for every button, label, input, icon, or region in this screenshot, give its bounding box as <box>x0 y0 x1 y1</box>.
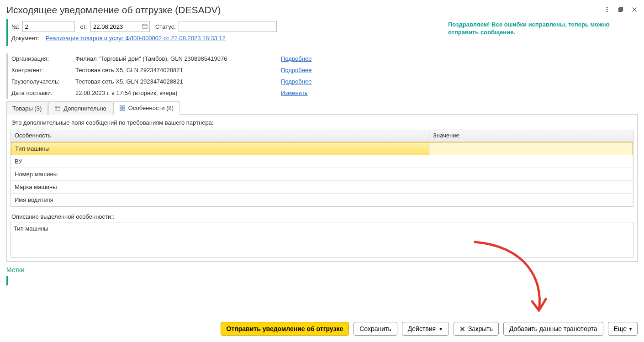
labels-title[interactable]: Метки <box>6 266 638 274</box>
description-label: Описание выделенной особенности:: <box>11 213 633 220</box>
consignee-value: Тестовая сеть X5, GLN 2923474028821 <box>75 78 281 85</box>
calendar-icon[interactable] <box>142 23 148 29</box>
consignee-details-link[interactable]: Подробнее <box>281 78 311 85</box>
partner-value: Тестовая сеть X5, GLN 2923474028821 <box>75 67 281 74</box>
org-label: Организация: <box>11 55 75 62</box>
delivery-date-change-link[interactable]: Изменить <box>281 89 308 96</box>
svg-point-2 <box>607 11 607 12</box>
features-hint: Это дополнительные поля сообщений по тре… <box>11 119 633 126</box>
chevron-down-icon: ▼ <box>438 326 443 331</box>
additional-icon <box>54 105 61 111</box>
svg-point-1 <box>607 9 607 10</box>
table-row[interactable]: ВУ <box>11 155 633 168</box>
close-icon[interactable] <box>631 6 638 13</box>
grid-rows[interactable]: Тип машины ВУ Номер машины Марка машины … <box>11 142 633 206</box>
delivery-date-label: Дата поставки: <box>11 89 75 96</box>
tab-features[interactable]: Особенности (8) <box>113 101 179 115</box>
features-grid: Особенность Значение Тип машины ВУ Номер… <box>11 129 633 207</box>
table-row[interactable]: Имя водителя <box>11 194 633 206</box>
table-row[interactable]: Тип машины <box>11 142 633 155</box>
window-restore-icon[interactable] <box>618 6 624 13</box>
send-button[interactable]: Отправить уведомление об отгрузке <box>221 322 349 336</box>
kebab-icon[interactable] <box>604 6 610 13</box>
actions-button[interactable]: Действия▼ <box>402 322 449 336</box>
table-row[interactable]: Марка машины <box>11 181 633 194</box>
status-message: Поздравляем! Все ошибки исправлены, тепе… <box>448 21 638 44</box>
save-button[interactable]: Сохранить <box>354 322 397 336</box>
add-transport-button[interactable]: Добавить данные транспорта <box>503 322 603 336</box>
col-value[interactable]: Значение <box>429 129 633 142</box>
svg-rect-10 <box>55 106 60 110</box>
table-row[interactable]: Номер машины <box>11 168 633 181</box>
org-value: Филиал "Торговый дом" (Тамбов), GLN 2308… <box>75 55 281 62</box>
more-button[interactable]: Еще▾ <box>608 322 638 336</box>
partner-label: Контрагент: <box>11 67 75 74</box>
svg-rect-15 <box>120 108 122 110</box>
document-link[interactable]: Реализация товаров и услуг ФЛ00-000002 о… <box>46 35 226 42</box>
partner-details-link[interactable]: Подробнее <box>281 67 311 74</box>
status-input[interactable] <box>179 21 277 32</box>
svg-rect-16 <box>123 108 125 110</box>
tab-goods[interactable]: Товары (3) <box>6 101 48 115</box>
status-label: Статус: <box>155 23 176 30</box>
features-icon <box>119 105 126 111</box>
description-box[interactable]: Тип машины <box>11 222 633 258</box>
close-icon <box>459 326 465 332</box>
delivery-date-value: 22.08.2023 г. в 17:54 (вторник, вчера) <box>75 89 281 96</box>
document-label: Документ: <box>11 35 46 42</box>
org-details-link[interactable]: Подробнее <box>281 55 311 62</box>
from-label: от: <box>80 23 88 30</box>
labels-bar <box>6 276 8 285</box>
svg-rect-13 <box>120 105 122 107</box>
svg-rect-6 <box>143 24 148 29</box>
svg-rect-14 <box>123 105 125 107</box>
number-label: №: <box>11 23 20 30</box>
page-title: Исходящее уведомление об отгрузке (DESAD… <box>6 5 604 16</box>
consignee-label: Грузополучатель: <box>11 78 75 85</box>
tab-additional[interactable]: Дополнительно <box>48 101 112 115</box>
number-input[interactable] <box>22 21 75 32</box>
svg-point-0 <box>607 7 607 8</box>
close-button[interactable]: Закрыть <box>454 322 499 336</box>
info-section: Организация: Филиал "Торговый дом" (Тамб… <box>6 53 638 99</box>
chevron-down-icon: ▾ <box>629 326 632 331</box>
col-feature[interactable]: Особенность <box>11 129 429 142</box>
date-input[interactable] <box>90 21 150 32</box>
